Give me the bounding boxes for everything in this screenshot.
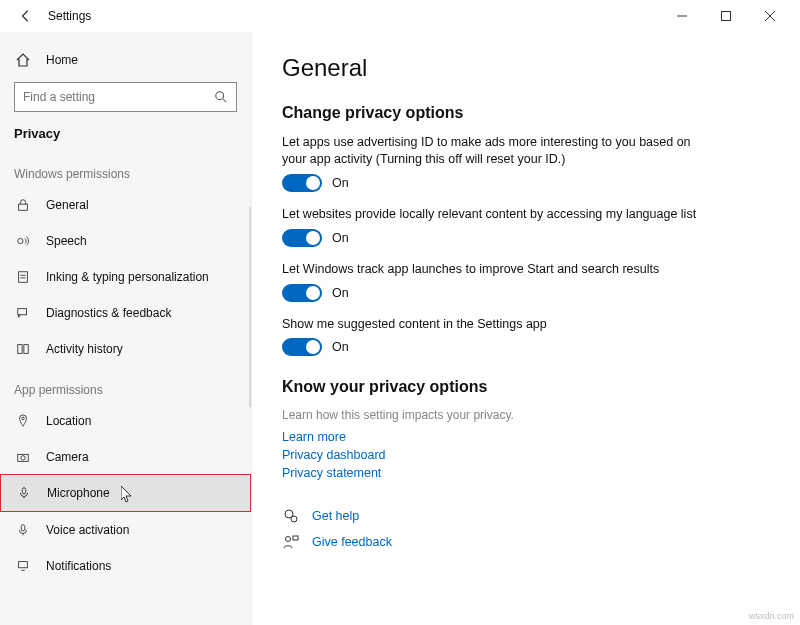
section-change-privacy: Change privacy options — [282, 104, 770, 122]
option-suggested-content: Show me suggested content in the Setting… — [282, 316, 712, 357]
help-icon — [282, 508, 300, 524]
option-advertising-id: Let apps use advertising ID to make ads … — [282, 134, 712, 192]
arrow-left-icon — [19, 9, 33, 23]
close-icon — [765, 11, 775, 21]
svg-rect-11 — [24, 345, 28, 354]
sidebar-category: Privacy — [0, 120, 251, 151]
feedback-row[interactable]: Give feedback — [282, 534, 770, 550]
sidebar-item-label: Notifications — [46, 559, 111, 573]
highlight-microphone: Microphone — [0, 474, 251, 512]
sidebar-item-label: Diagnostics & feedback — [46, 306, 171, 320]
svg-rect-10 — [18, 345, 22, 354]
link-privacy-dashboard[interactable]: Privacy dashboard — [282, 448, 770, 462]
toggle-track-launches[interactable] — [282, 284, 322, 302]
microphone-icon — [15, 486, 33, 500]
minimize-button[interactable] — [660, 1, 704, 31]
svg-line-3 — [223, 99, 227, 103]
link-learn-more[interactable]: Learn more — [282, 430, 770, 444]
toggle-state: On — [332, 340, 349, 354]
group-app-permissions: App permissions — [0, 367, 251, 403]
svg-rect-21 — [293, 536, 298, 540]
sidebar-item-label: Activity history — [46, 342, 123, 356]
sidebar-home-label: Home — [46, 53, 78, 67]
section-subtext: Learn how this setting impacts your priv… — [282, 408, 770, 422]
sidebar-item-label: Speech — [46, 234, 87, 248]
toggle-suggested-content[interactable] — [282, 338, 322, 356]
toggle-state: On — [332, 286, 349, 300]
content-pane: General Change privacy options Let apps … — [252, 32, 800, 625]
sidebar-item-label: Voice activation — [46, 523, 129, 537]
sidebar-item-label: Microphone — [47, 486, 110, 500]
home-icon — [14, 52, 32, 68]
sidebar-item-notifications[interactable]: Notifications — [0, 548, 251, 584]
sidebar-item-label: Inking & typing personalization — [46, 270, 209, 284]
sidebar-item-microphone[interactable]: Microphone — [1, 475, 250, 511]
group-windows-permissions: Windows permissions — [0, 151, 251, 187]
person-feedback-icon — [282, 534, 300, 550]
maximize-icon — [721, 11, 731, 21]
svg-rect-9 — [18, 309, 27, 315]
minimize-icon — [677, 11, 687, 21]
search-box[interactable] — [14, 82, 237, 112]
sidebar-item-label: General — [46, 198, 89, 212]
voice-icon — [14, 523, 32, 537]
svg-rect-6 — [19, 272, 28, 283]
option-desc: Let Windows track app launches to improv… — [282, 261, 712, 278]
sidebar-scrollbar[interactable] — [249, 207, 251, 407]
speech-icon — [14, 234, 32, 248]
page-heading: General — [282, 54, 770, 82]
sidebar-item-label: Location — [46, 414, 91, 428]
search-icon — [214, 90, 228, 104]
search-input[interactable] — [23, 90, 214, 104]
watermark: wsxdn.com — [749, 611, 794, 621]
history-icon — [14, 342, 32, 356]
sidebar-item-inking[interactable]: Inking & typing personalization — [0, 259, 251, 295]
svg-point-20 — [286, 537, 291, 542]
svg-point-2 — [216, 92, 224, 100]
option-desc: Let apps use advertising ID to make ads … — [282, 134, 712, 168]
option-track-launches: Let Windows track app launches to improv… — [282, 261, 712, 302]
svg-rect-15 — [22, 488, 26, 494]
help-row[interactable]: Get help — [282, 508, 770, 524]
sidebar-item-location[interactable]: Location — [0, 403, 251, 439]
option-language-list: Let websites provide locally relevant co… — [282, 206, 712, 247]
sidebar: Home Privacy Windows permissions General… — [0, 32, 252, 625]
sidebar-item-diagnostics[interactable]: Diagnostics & feedback — [0, 295, 251, 331]
svg-point-5 — [18, 238, 23, 243]
toggle-advertising-id[interactable] — [282, 174, 322, 192]
svg-point-12 — [22, 417, 25, 420]
toggle-language-list[interactable] — [282, 229, 322, 247]
section-know-privacy: Know your privacy options — [282, 378, 770, 396]
svg-point-14 — [21, 456, 25, 460]
link-get-help[interactable]: Get help — [312, 509, 359, 523]
svg-point-19 — [291, 516, 297, 522]
sidebar-item-camera[interactable]: Camera — [0, 439, 251, 475]
sidebar-home[interactable]: Home — [0, 42, 251, 78]
clipboard-icon — [14, 270, 32, 284]
cursor-icon — [121, 486, 133, 504]
svg-rect-16 — [21, 525, 25, 531]
sidebar-item-voice-activation[interactable]: Voice activation — [0, 512, 251, 548]
window-title: Settings — [48, 9, 91, 23]
bell-icon — [14, 559, 32, 573]
location-icon — [14, 414, 32, 428]
toggle-state: On — [332, 176, 349, 190]
link-privacy-statement[interactable]: Privacy statement — [282, 466, 770, 480]
close-button[interactable] — [748, 1, 792, 31]
svg-rect-17 — [19, 562, 28, 568]
lock-icon — [14, 198, 32, 212]
svg-rect-4 — [19, 204, 28, 210]
camera-icon — [14, 450, 32, 464]
option-desc: Show me suggested content in the Setting… — [282, 316, 712, 333]
link-give-feedback[interactable]: Give feedback — [312, 535, 392, 549]
toggle-state: On — [332, 231, 349, 245]
sidebar-item-label: Camera — [46, 450, 89, 464]
back-button[interactable] — [16, 6, 36, 26]
titlebar: Settings — [0, 0, 800, 32]
sidebar-item-speech[interactable]: Speech — [0, 223, 251, 259]
sidebar-item-general[interactable]: General — [0, 187, 251, 223]
sidebar-item-activity[interactable]: Activity history — [0, 331, 251, 367]
svg-rect-1 — [722, 12, 731, 21]
feedback-icon — [14, 306, 32, 320]
maximize-button[interactable] — [704, 1, 748, 31]
